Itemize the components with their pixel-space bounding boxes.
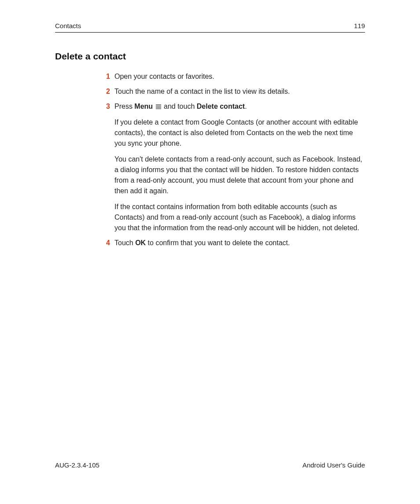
bold-menu: Menu	[134, 103, 153, 110]
text-fragment: to confirm that you want to delete the c…	[146, 239, 290, 246]
step-item: 3 Press Menu and touch Delete contact.	[97, 101, 365, 233]
steps-list: 1 Open your contacts or favorites. 2 Tou…	[97, 71, 365, 248]
bold-delete-contact: Delete contact	[197, 103, 245, 110]
step-paragraph: If the contact contains information from…	[114, 202, 365, 233]
step-text: Open your contacts or favorites.	[114, 71, 365, 82]
step-paragraph: If you delete a contact from Google Cont…	[114, 117, 365, 149]
footer-guide-name: Android User's Guide	[302, 461, 365, 469]
bold-ok: OK	[135, 239, 146, 246]
text-fragment: and touch	[162, 103, 197, 110]
step-body: Open your contacts or favorites.	[114, 71, 365, 82]
step-body: Touch the name of a contact in the list …	[114, 86, 365, 97]
section-title: Delete a contact	[55, 51, 365, 62]
step-number: 4	[97, 238, 110, 248]
step-body: Touch OK to confirm that you want to del…	[114, 238, 365, 248]
header-page-number: 119	[354, 22, 365, 29]
footer-doc-id: AUG-2.3.4-105	[55, 461, 99, 469]
step-number: 3	[97, 101, 110, 112]
page-content: Delete a contact 1 Open your contacts or…	[55, 51, 365, 461]
step-number: 2	[97, 86, 110, 97]
text-fragment: Touch	[114, 239, 135, 246]
step-text: Touch OK to confirm that you want to del…	[114, 238, 365, 248]
step-body: Press Menu and touch Delete contact. If …	[114, 101, 365, 233]
step-number: 1	[97, 71, 110, 82]
page-footer: AUG-2.3.4-105 Android User's Guide	[55, 461, 365, 482]
step-paragraph: You can't delete contacts from a read-on…	[114, 154, 365, 196]
text-fragment: .	[245, 103, 247, 110]
step-item: 1 Open your contacts or favorites.	[97, 71, 365, 82]
step-text: Press Menu and touch Delete contact.	[114, 101, 365, 112]
menu-icon	[156, 104, 161, 109]
step-item: 4 Touch OK to confirm that you want to d…	[97, 238, 365, 248]
step-item: 2 Touch the name of a contact in the lis…	[97, 86, 365, 97]
step-text: Touch the name of a contact in the list …	[114, 86, 365, 97]
text-fragment: Press	[114, 103, 134, 110]
header-section: Contacts	[55, 22, 81, 29]
page-header: Contacts 119	[55, 22, 365, 33]
